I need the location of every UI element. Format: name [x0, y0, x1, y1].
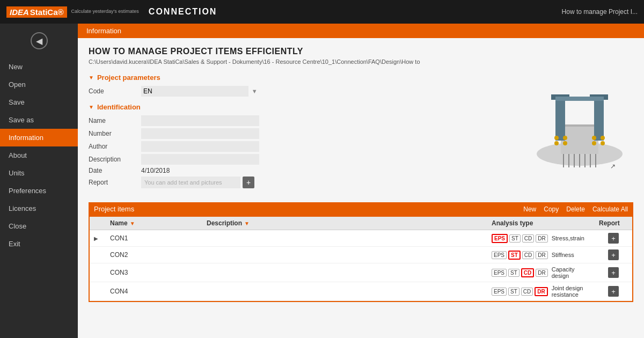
chip-dr-con4[interactable]: DR: [535, 287, 547, 296]
expand-cell-con2: [90, 252, 106, 258]
action-calculate-all[interactable]: Calculate All: [592, 205, 628, 213]
triangle-icon-2: ▼: [89, 104, 94, 110]
table-row: CON2 EPS ST CD DR Stiffness: [90, 247, 632, 263]
chip-cd-con4[interactable]: CD: [521, 288, 533, 296]
action-delete[interactable]: Delete: [566, 205, 585, 213]
chip-st-con2[interactable]: ST: [508, 251, 521, 260]
code-dropdown-arrow[interactable]: ▼: [252, 88, 258, 94]
expand-icon-con1[interactable]: ▶: [94, 236, 98, 241]
main-content: Information HOW TO MANAGE PROJECT ITEMS …: [78, 24, 644, 338]
sidebar-item-close[interactable]: Close: [0, 217, 78, 235]
col-report-label: Report: [599, 219, 620, 227]
analysis-chips-con1: EPS ST CD DR Stress,strain: [492, 234, 590, 243]
page-title: HOW TO MANAGE PROJECT ITEMS EFFICIENTLY: [89, 47, 633, 56]
author-input[interactable]: [141, 141, 259, 152]
project-items-section: Project items New Copy Delete Calculate …: [89, 202, 633, 302]
back-button[interactable]: ◀: [31, 32, 48, 49]
sidebar-item-licences[interactable]: Licences: [0, 200, 78, 217]
expand-cell-con3: [90, 270, 106, 275]
sidebar-item-new[interactable]: New: [0, 58, 78, 76]
col-header-report: Report: [595, 217, 632, 230]
triangle-icon: ▼: [89, 75, 94, 80]
sidebar-item-open[interactable]: Open: [0, 76, 78, 93]
svg-point-9: [554, 141, 559, 145]
table-row: CON3 EPS ST CD DR Capacity design: [90, 263, 632, 282]
name-filter-icon[interactable]: ▼: [130, 221, 135, 226]
sidebar-item-preferences[interactable]: Preferences: [0, 182, 78, 200]
chip-cd-con1[interactable]: CD: [522, 234, 534, 243]
analysis-label-con4: Joint design resistance: [552, 285, 590, 298]
chip-st-con3[interactable]: ST: [508, 269, 519, 277]
chip-eps-con3[interactable]: EPS: [492, 269, 507, 277]
report-add-con1[interactable]: +: [608, 233, 619, 244]
code-input[interactable]: [141, 86, 248, 97]
chip-cd-con2[interactable]: CD: [522, 251, 534, 259]
number-label: Number: [89, 130, 137, 137]
action-copy[interactable]: Copy: [544, 205, 559, 213]
analysis-chips-con4: EPS ST CD DR Joint design resistance: [492, 285, 590, 298]
name-cell-con4: CON4: [106, 285, 202, 298]
report-cell-con2: +: [595, 247, 632, 263]
top-bar: IDEA StatiCa® Calculate yesterday's esti…: [0, 0, 644, 24]
chip-eps-con4[interactable]: EPS: [492, 288, 507, 296]
svg-rect-3: [555, 98, 565, 141]
table-row: CON4 EPS ST CD DR Joint design resistanc…: [90, 282, 632, 301]
expand-cell-con1: ▶: [90, 232, 106, 245]
analysis-chips-con3: EPS ST CD DR Capacity design: [492, 266, 590, 279]
desc-filter-icon[interactable]: ▼: [244, 221, 250, 226]
svg-point-11: [563, 141, 567, 145]
top-bar-left: IDEA StatiCa® Calculate yesterday's esti…: [6, 6, 217, 18]
report-add-button[interactable]: +: [243, 177, 254, 188]
sidebar-item-units[interactable]: Units: [0, 164, 78, 182]
main-layout: ◀ New Open Save Save as Information Abou…: [0, 24, 644, 338]
report-add-con2[interactable]: +: [608, 249, 619, 260]
chip-dr-con3[interactable]: DR: [536, 269, 547, 277]
analysis-label-con3: Capacity design: [552, 266, 590, 279]
svg-point-12: [592, 136, 596, 140]
name-label: Name: [89, 117, 137, 124]
content-upper: ▼ Project parameters Code ▼ ▼ Identifica: [89, 74, 633, 195]
svg-point-15: [601, 141, 605, 145]
analysis-cell-con4: EPS ST CD DR Joint design resistance: [487, 282, 595, 300]
chip-st-con4[interactable]: ST: [508, 288, 519, 296]
description-input[interactable]: [141, 154, 259, 165]
number-input[interactable]: [141, 128, 259, 139]
date-value: 4/10/2018: [141, 167, 515, 174]
sidebar-item-exit[interactable]: Exit: [0, 235, 78, 253]
logo-tagline-wrapper: Calculate yesterday's estimates: [71, 10, 139, 14]
sidebar-item-about[interactable]: About: [0, 146, 78, 164]
col-name-label: Name: [110, 219, 128, 227]
chip-st-con1[interactable]: ST: [509, 234, 521, 243]
form-section: ▼ Project parameters Code ▼ ▼ Identifica: [89, 74, 515, 195]
table-column-headers: Name ▼ Description ▼ Analysis type Repor…: [90, 217, 632, 230]
sidebar-item-information[interactable]: Information: [0, 129, 78, 146]
name-input[interactable]: [141, 115, 259, 126]
analysis-cell-con2: EPS ST CD DR Stiffness: [487, 248, 595, 262]
report-add-con4[interactable]: +: [608, 286, 619, 297]
table-row: ▶ CON1 EPS ST CD DR Stress: [90, 230, 632, 247]
report-add-con3[interactable]: +: [608, 267, 619, 278]
expand-cell-con4: [90, 289, 106, 294]
report-cell-con1: +: [595, 230, 632, 246]
desc-cell-con1: [202, 236, 487, 241]
analysis-cell-con1: EPS ST CD DR Stress,strain: [487, 231, 595, 246]
sidebar-item-save[interactable]: Save: [0, 93, 78, 111]
report-label: Report: [89, 179, 137, 186]
chip-cd-con3[interactable]: CD: [521, 268, 534, 277]
model-svg: ↗: [529, 76, 631, 173]
logo-text: IDEA: [10, 8, 29, 17]
report-input[interactable]: You can add text and pictures: [141, 177, 240, 188]
help-text: How to manage Project I...: [562, 8, 638, 16]
chip-eps-con1[interactable]: EPS: [492, 234, 508, 243]
section-header-label: Information: [86, 27, 121, 35]
analysis-label-con2: Stiffness: [552, 252, 574, 258]
chip-eps-con2[interactable]: EPS: [492, 251, 507, 259]
chip-dr-con1[interactable]: DR: [536, 234, 547, 243]
report-cell-con4: +: [595, 283, 632, 299]
name-cell-con1: CON1: [106, 232, 202, 245]
chip-dr-con2[interactable]: DR: [536, 251, 547, 259]
identification-header: ▼ Identification: [89, 103, 515, 111]
action-new[interactable]: New: [523, 205, 536, 213]
sidebar-item-save-as[interactable]: Save as: [0, 111, 78, 129]
col-analysis-label: Analysis type: [492, 219, 533, 227]
